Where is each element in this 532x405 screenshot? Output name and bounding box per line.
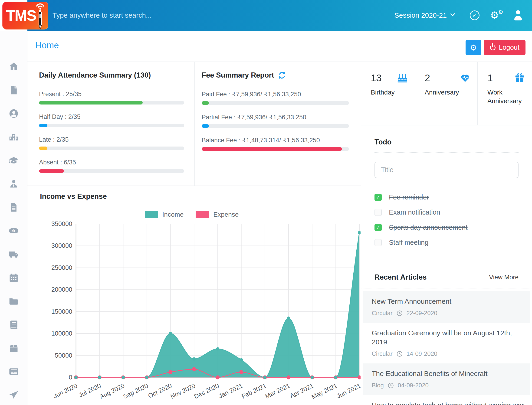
work-anniversary-stat: 1 Work Anniversary [478, 62, 532, 125]
attendance-summary-panel: Daily Attendance Summary (130) Present :… [27, 62, 195, 186]
income-legend-label: Income [162, 211, 184, 218]
birthday-stat: 13 Birthday [361, 62, 415, 125]
svg-text:Aug 2020: Aug 2020 [98, 382, 126, 400]
article-row[interactable]: Graduation Ceremony will be on August 12… [363, 323, 530, 364]
sidebar-item-home[interactable] [9, 61, 19, 72]
income-legend-swatch [145, 211, 158, 218]
svg-text:Jan 2021: Jan 2021 [218, 382, 244, 400]
svg-text:Feb 2021: Feb 2021 [240, 382, 267, 400]
svg-text:50000: 50000 [55, 352, 72, 359]
svg-text:0: 0 [69, 374, 72, 381]
svg-text:Jun 2021: Jun 2021 [336, 382, 361, 400]
school-icon [9, 132, 19, 142]
recent-articles-panel: Recent Articles View More New Term Annou… [361, 260, 532, 405]
file-icon [9, 85, 19, 95]
birthday-cake-icon [397, 73, 408, 83]
search-input[interactable] [53, 11, 395, 19]
checkbox[interactable] [375, 209, 382, 216]
sidebar-item-news[interactable] [9, 366, 19, 377]
gift-icon [514, 73, 525, 83]
page-title: Home [35, 40, 59, 50]
article-date: 04-09-2020 [398, 382, 429, 389]
calendar-icon [9, 273, 19, 283]
todo-item: ✓ Sports day announcement [375, 220, 518, 235]
checkbox[interactable] [375, 239, 382, 246]
topbar: Session 2020-21 ✓ ⚙⚙ [27, 0, 532, 31]
svg-text:250000: 250000 [51, 264, 72, 271]
book-icon [9, 320, 19, 330]
logout-button[interactable]: Logout [484, 40, 525, 55]
sidebar-item-fees[interactable]: 1 [9, 226, 19, 236]
gears-icon[interactable]: ⚙⚙ [490, 10, 502, 21]
sidebar-item-profile[interactable] [9, 108, 19, 119]
fee-bar-paid: Paid Fee : ₹7,59,936/ ₹1,56,33,250 [202, 91, 349, 105]
newspaper-icon [9, 366, 19, 377]
clock-icon [396, 310, 403, 317]
article-category: Circular [372, 310, 393, 317]
income-expense-chart: 0500001000001500002000002500003000003500… [40, 219, 361, 405]
attendance-bar-present: Present : 25/35 [39, 91, 184, 104]
check-circle-icon[interactable]: ✓ [470, 10, 479, 20]
settings-button[interactable]: ⚙ [465, 40, 481, 55]
anniversary-label: Anniversary [425, 88, 471, 97]
sidebar-item-academics[interactable] [9, 155, 19, 166]
todo-title: Todo [375, 138, 518, 153]
graduation-cap-icon [9, 155, 19, 166]
svg-text:Oct 2020: Oct 2020 [147, 382, 173, 399]
svg-text:Apr 2021: Apr 2021 [289, 382, 315, 399]
work-anniversary-label: Work Anniversary [487, 88, 525, 105]
page-header: Home ⚙ Logout [27, 31, 532, 62]
session-selector[interactable]: Session 2020-21 [395, 11, 454, 19]
article-row[interactable]: New Term Announcement Circular 22-09-202… [363, 291, 530, 323]
sidebar-item-pages[interactable] [9, 85, 19, 95]
svg-text:May 2021: May 2021 [310, 382, 338, 400]
user-circle-icon [9, 108, 19, 119]
article-row[interactable]: How to regulate tech at home without wag… [363, 395, 530, 405]
sidebar: 1 [0, 31, 27, 405]
sidebar-item-documents[interactable] [9, 296, 19, 306]
document-icon [9, 202, 19, 212]
svg-text:Dec 2020: Dec 2020 [193, 382, 220, 400]
article-category: Blog [372, 382, 384, 389]
session-label: Session 2020-21 [395, 11, 447, 19]
sidebar-item-calendar[interactable] [9, 273, 19, 283]
checkbox[interactable]: ✓ [375, 224, 382, 231]
svg-text:200000: 200000 [51, 286, 72, 293]
todo-item: Staff meeting [375, 235, 518, 250]
chart-title: Income vs Expense [40, 192, 361, 201]
svg-text:350000: 350000 [51, 220, 72, 227]
chart-legend: Income Expense [40, 211, 351, 218]
birthday-count: 13 [371, 73, 382, 84]
user-icon[interactable] [513, 10, 523, 20]
todo-title-input[interactable] [375, 162, 518, 178]
article-row[interactable]: The Educational Benefits of Minecraft Bl… [363, 364, 530, 395]
sidebar-item-school[interactable] [9, 132, 19, 142]
recent-articles-title: Recent Articles [375, 273, 427, 282]
svg-text:300000: 300000 [51, 242, 72, 249]
gear-icon: ⚙ [470, 43, 477, 52]
sidebar-item-transport[interactable] [9, 249, 19, 259]
income-expense-section: Income vs Expense Income Expense 0500001… [27, 186, 361, 405]
svg-text:Jul 2020: Jul 2020 [78, 382, 102, 399]
app-logo[interactable]: TMS [2, 2, 48, 29]
checkbox[interactable]: ✓ [375, 194, 382, 201]
expense-legend-label: Expense [213, 211, 239, 218]
refresh-icon[interactable] [278, 71, 286, 79]
sidebar-item-reports[interactable] [9, 202, 19, 212]
article-date: 14-09-2020 [407, 350, 437, 358]
sidebar-item-send[interactable] [9, 390, 19, 400]
attendance-bar-absent: Absent : 6/35 [39, 159, 184, 173]
view-more-link[interactable]: View More [489, 274, 518, 281]
birthday-label: Birthday [371, 88, 408, 97]
expense-legend-swatch [196, 211, 209, 218]
staff-icon [9, 179, 19, 189]
anniversary-count: 2 [425, 73, 430, 84]
sidebar-item-library[interactable] [9, 320, 19, 330]
svg-text:100000: 100000 [51, 330, 72, 337]
sidebar-item-inventory[interactable] [9, 343, 19, 353]
sidebar-item-staff[interactable] [9, 179, 19, 189]
clock-icon [396, 351, 403, 357]
logo-text: TMS [6, 7, 36, 24]
svg-text:150000: 150000 [51, 308, 72, 315]
heartbeat-icon [460, 73, 471, 83]
